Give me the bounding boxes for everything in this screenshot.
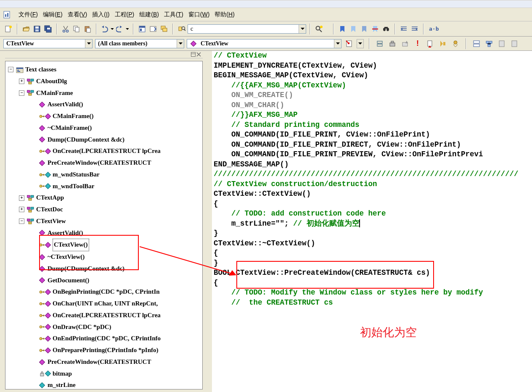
- code-line[interactable]: {: [214, 199, 530, 209]
- output-button[interactable]: [148, 24, 158, 34]
- close-icon[interactable]: [196, 52, 201, 57]
- compile-button[interactable]: [375, 39, 385, 49]
- build-button[interactable]: [387, 39, 397, 49]
- find-combo[interactable]: c: [188, 24, 306, 34]
- tree-root[interactable]: − Text classes: [8, 64, 200, 76]
- code-line[interactable]: //}}AFX_MSG_MAP: [214, 110, 530, 120]
- code-line[interactable]: CTextView::CTextView(): [214, 189, 530, 199]
- code-line[interactable]: {: [214, 248, 530, 258]
- menu-v[interactable]: 查看(V): [66, 10, 89, 19]
- code-line[interactable]: ////////////////////////////////////////…: [214, 169, 530, 179]
- classview-tree[interactable]: − Text classes + CAboutDlg − CMainFrame …: [5, 61, 203, 389]
- tree-member[interactable]: PreCreateWindow(CREATESTRUCT: [8, 356, 200, 368]
- go-context-button[interactable]: [344, 39, 354, 49]
- dropdown-icon[interactable]: [334, 39, 341, 48]
- collapse-icon[interactable]: −: [8, 67, 13, 72]
- tree-member[interactable]: m_wndToolBar: [8, 181, 200, 192]
- code-line[interactable]: ON_WM_CHAR(): [214, 100, 530, 110]
- tree-member[interactable]: m_strLine: [8, 379, 200, 389]
- tree-class[interactable]: − CMainFrame: [8, 87, 200, 99]
- code-line[interactable]: ON_COMMAND(ID_FILE_PRINT_PREVIEW, CView:…: [214, 150, 530, 160]
- code-line[interactable]: // CTextView construction/destruction: [214, 179, 530, 189]
- code-line[interactable]: BEGIN_MESSAGE_MAP(CTextView, CView): [214, 71, 530, 81]
- source-browser-button[interactable]: [484, 39, 494, 49]
- tree-member[interactable]: ~CMainFrame(): [8, 122, 200, 134]
- class-combo[interactable]: CTextView: [3, 39, 93, 48]
- tree-member[interactable]: OnBeginPrinting(CDC *pDC, CPrintIn: [8, 286, 200, 298]
- doc-list-button[interactable]: [497, 39, 507, 49]
- member-combo[interactable]: (All class members): [95, 39, 184, 48]
- code-line[interactable]: ON_COMMAND(ID_FILE_PRINT_DIRECT, CView::…: [214, 140, 530, 150]
- tree-member[interactable]: OnChar(UINT nChar, UINT nRepCnt,: [8, 298, 200, 310]
- tree-member[interactable]: OnEndPrinting(CDC *pDC, CPrintInfo: [8, 333, 200, 345]
- tree-member[interactable]: OnCreate(LPCREATESTRUCT lpCrea: [8, 310, 200, 321]
- bookmark-toggle-button[interactable]: [359, 24, 369, 34]
- tree-member[interactable]: Dump(CDumpContext &dc): [8, 134, 200, 146]
- cut-button[interactable]: [61, 24, 71, 34]
- code-line[interactable]: ON_COMMAND(ID_FILE_PRINT, CView::OnFileP…: [214, 130, 530, 140]
- tree-class[interactable]: − CTextView: [8, 216, 200, 227]
- code-line[interactable]: // Standard printing commands: [214, 120, 530, 130]
- code-editor[interactable]: // CTextViewIMPLEMENT_DYNCREATE(CTextVie…: [210, 51, 532, 392]
- collapse-icon[interactable]: −: [19, 218, 24, 224]
- undo-button[interactable]: [100, 24, 114, 34]
- tree-class[interactable]: + CTextDoc: [8, 204, 200, 216]
- tree-member[interactable]: CMainFrame(): [8, 110, 200, 122]
- menu-f[interactable]: 文件(F): [17, 10, 40, 19]
- code-line[interactable]: m_strLine=""; // 初始化赋值为空: [214, 219, 530, 229]
- dropdown-icon[interactable]: [177, 39, 184, 48]
- insert-breakpoint-button[interactable]: [450, 39, 461, 49]
- save-button[interactable]: [32, 24, 42, 34]
- tree-class[interactable]: + CAboutDlg: [8, 76, 200, 87]
- code-line[interactable]: IMPLEMENT_DYNCREATE(CTextView, CView): [214, 61, 530, 71]
- maximize-icon[interactable]: [191, 52, 196, 57]
- menu-b[interactable]: 组建(B): [138, 10, 161, 19]
- indent-less-button[interactable]: [399, 24, 409, 34]
- dropdown-icon[interactable]: [357, 39, 364, 48]
- menu-e[interactable]: 编辑(E): [41, 10, 64, 19]
- collapse-icon[interactable]: −: [19, 90, 24, 96]
- dropdown-icon[interactable]: [299, 25, 306, 33]
- open-button[interactable]: [21, 24, 31, 34]
- bookmark-blue-button[interactable]: [337, 24, 347, 34]
- expand-icon[interactable]: +: [19, 195, 24, 201]
- paste-button[interactable]: [82, 24, 93, 34]
- window-list-button[interactable]: [159, 24, 169, 34]
- code-line[interactable]: // CTextView: [214, 51, 530, 61]
- go-button[interactable]: [438, 39, 448, 49]
- execute-button[interactable]: [425, 39, 435, 49]
- tree-member[interactable]: PreCreateWindow(CREATESTRUCT: [8, 157, 200, 169]
- code-line[interactable]: }: [214, 229, 530, 239]
- code-line[interactable]: //{{AFX_MSG_MAP(CTextView): [214, 81, 530, 91]
- code-line[interactable]: ON_WM_CREATE(): [214, 90, 530, 100]
- doc-outline-button[interactable]: [509, 39, 519, 49]
- code-line[interactable]: // TODO: add construction code here: [214, 209, 530, 219]
- menu-i[interactable]: 插入(I): [90, 10, 111, 19]
- code-line[interactable]: // the CREATESTRUCT cs: [214, 298, 530, 308]
- new-text-file-button[interactable]: [3, 24, 13, 34]
- menu-p[interactable]: 工程(P): [113, 10, 136, 19]
- tree-member[interactable]: bitmap: [8, 368, 200, 380]
- tree-member[interactable]: OnCreate(LPCREATESTRUCT lpCrea: [8, 145, 200, 157]
- workspace-button[interactable]: [137, 24, 147, 34]
- find-button[interactable]: [314, 24, 324, 34]
- expand-icon[interactable]: +: [19, 79, 24, 84]
- code-line[interactable]: CTextView::~CTextView(): [214, 239, 530, 249]
- binoculars-button[interactable]: [381, 24, 391, 34]
- find-in-files-button[interactable]: [177, 24, 187, 34]
- bookmark-next-button[interactable]: [348, 24, 358, 34]
- code-line[interactable]: END_MESSAGE_MAP(): [214, 160, 530, 170]
- dropdown-icon[interactable]: [85, 39, 92, 48]
- menu-h[interactable]: 帮助(H): [213, 10, 236, 19]
- function-combo[interactable]: CTextView: [187, 39, 341, 48]
- save-all-button[interactable]: [43, 24, 53, 34]
- indent-more-button[interactable]: [410, 24, 420, 34]
- code-line[interactable]: // TODO: Modify the Window class or styl…: [214, 288, 530, 298]
- menu-w[interactable]: 窗口(W): [187, 10, 212, 19]
- tree-class[interactable]: + CTextApp: [8, 192, 200, 204]
- tree-member[interactable]: OnDraw(CDC *pDC): [8, 321, 200, 333]
- stop-build-button[interactable]: [400, 39, 410, 49]
- tree-member[interactable]: OnPreparePrinting(CPrintInfo *pInfo): [8, 345, 200, 356]
- menu-t[interactable]: 工具(T): [162, 10, 185, 19]
- expand-icon[interactable]: +: [19, 207, 24, 212]
